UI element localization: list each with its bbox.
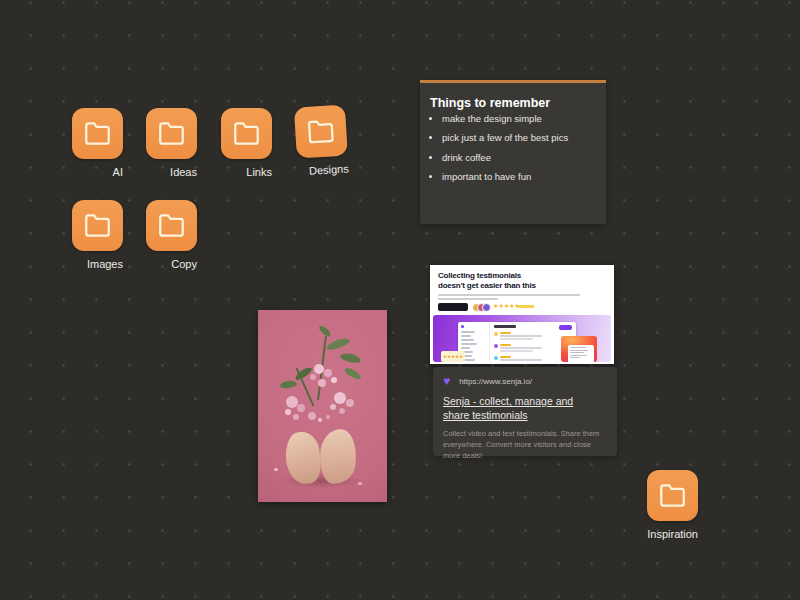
- fallen-petal: [274, 468, 278, 471]
- folder-label: Ideas: [170, 166, 197, 178]
- blossom-cluster: [308, 412, 316, 420]
- sticky-note-things-to-remember[interactable]: Things to remember make the design simpl…: [420, 80, 606, 224]
- folder-label: Inspiration: [647, 528, 698, 540]
- folder-label: Links: [246, 166, 272, 178]
- folder-icon: [146, 200, 197, 251]
- note-item: drink coffee: [442, 153, 598, 163]
- rating-text: [518, 305, 534, 308]
- folder-ai[interactable]: AI: [72, 108, 123, 180]
- folder-images[interactable]: Images: [72, 200, 123, 272]
- testimonial-gradient-card: [561, 336, 597, 362]
- folder-ideas[interactable]: Ideas: [146, 108, 197, 180]
- bookmark-description: Collect video and text testimonials. Sha…: [443, 429, 607, 462]
- photo-boots-with-flowers[interactable]: [258, 310, 387, 502]
- folder-label: AI: [113, 166, 123, 178]
- folder-icon: [294, 105, 348, 159]
- rating-stars-icon: ★★★★★: [493, 302, 520, 309]
- fallen-petal: [358, 482, 362, 485]
- senja-favicon-heart-icon: ♥: [443, 376, 450, 386]
- folder-icon: [72, 200, 123, 251]
- folder-label: Designs: [309, 162, 349, 176]
- senja-bookmark-card[interactable]: ♥ https://www.senja.io/ Senja - collect,…: [433, 367, 617, 456]
- folder-designs[interactable]: Designs: [294, 105, 349, 180]
- folder-icon: [72, 108, 123, 159]
- senja-website-screenshot[interactable]: Collecting testimonials doesn't get easi…: [430, 265, 614, 364]
- folder-label: Images: [87, 258, 123, 270]
- blossom-cluster: [334, 392, 346, 404]
- leaf: [339, 352, 361, 365]
- leaf: [325, 336, 350, 352]
- dashboard-logo: [461, 325, 464, 328]
- senja-dashboard-preview: [458, 322, 576, 362]
- bookmark-url-row: ♥ https://www.senja.io/: [443, 376, 607, 386]
- note-title: Things to remember: [430, 96, 596, 110]
- note-list: make the design simple pick just a few o…: [420, 114, 606, 182]
- folder-icon: [221, 108, 272, 159]
- get-started-button: [438, 303, 468, 311]
- folder-icon: [647, 470, 698, 521]
- blossom-cluster: [314, 364, 324, 374]
- note-item: pick just a few of the best pics: [442, 133, 598, 143]
- note-item: make the design simple: [442, 114, 598, 124]
- bookmark-url: https://www.senja.io/: [459, 377, 532, 386]
- folder-label: Copy: [171, 258, 197, 270]
- folder-inspiration[interactable]: Inspiration: [647, 470, 698, 542]
- avatar: [482, 303, 491, 312]
- leaf: [343, 366, 362, 381]
- note-item: important to have fun: [442, 172, 598, 182]
- dashboard-heading: [494, 325, 516, 328]
- dashboard-purple-button: [559, 325, 572, 330]
- leaf: [280, 380, 298, 389]
- folder-icon: [146, 108, 197, 159]
- senja-purple-panel: ★★★★★: [433, 315, 611, 362]
- star-rating-sticky: ★★★★★: [441, 351, 465, 362]
- testimonial-white-card: [568, 345, 594, 362]
- hero-subtext-line: [438, 298, 498, 300]
- hero-subtext-line: [438, 294, 580, 296]
- folder-copy[interactable]: Copy: [146, 200, 197, 272]
- canvas-background: AI Ideas Links Designs Images Copy: [0, 0, 800, 600]
- senja-hero-title: Collecting testimonials doesn't get easi…: [438, 271, 542, 292]
- blossom-cluster: [286, 396, 298, 408]
- folder-links[interactable]: Links: [221, 108, 272, 180]
- bookmark-link-title[interactable]: Senja - collect, manage and share testim…: [443, 394, 593, 422]
